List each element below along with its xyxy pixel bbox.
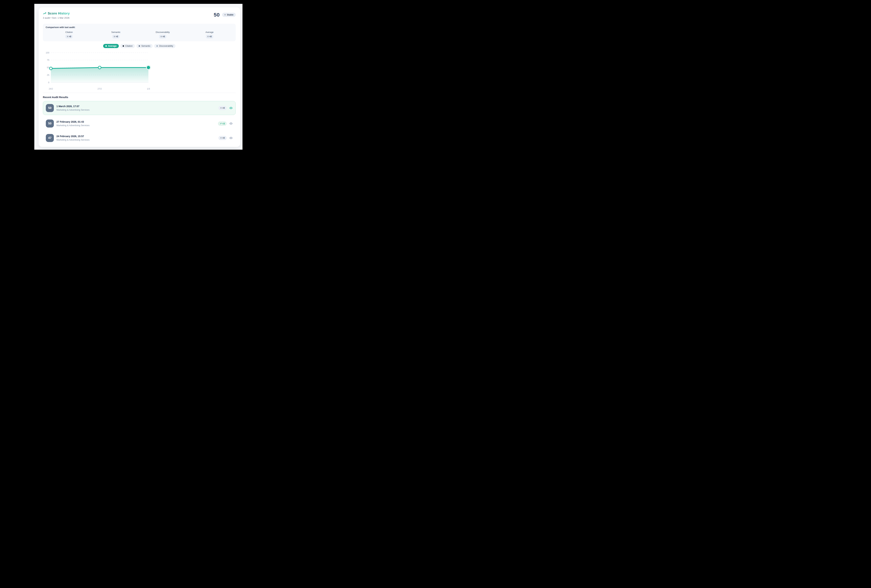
audit-item[interactable]: 50 1 March 2026, 17:07 Marketing & Adver…	[43, 101, 236, 115]
view-audit-button[interactable]	[229, 106, 233, 110]
audit-date: 1 March 2026, 17:07	[57, 105, 218, 108]
column-label: Semantic	[111, 31, 120, 33]
comparison-column-discoverability: Discoverability = +0	[139, 31, 186, 39]
svg-text:27/2: 27/2	[97, 88, 102, 90]
audit-category: Marketing & Advertising Services	[57, 139, 218, 141]
change-badge: = +0	[218, 136, 227, 140]
overall-score: 50	[214, 12, 220, 18]
legend-pill-label: Discoverability	[159, 45, 173, 47]
legend-pill-semantic[interactable]: Semantic	[136, 44, 153, 48]
legend-pill-label: Average	[108, 45, 117, 47]
comparison-panel: Comparison with last audit: Citation = +…	[43, 24, 236, 41]
equals-icon: =	[224, 13, 226, 16]
column-change-badge: = +0	[206, 35, 213, 39]
audit-date: 27 February 2026, 01:43	[57, 120, 218, 123]
svg-text:0: 0	[48, 81, 49, 84]
score-history-card: Score History 3 audit • Son: 1 Mar 2026 …	[39, 7, 240, 147]
legend-dot	[156, 45, 158, 47]
card-header: Score History 3 audit • Son: 1 Mar 2026 …	[43, 12, 236, 19]
chart-svg: 025507510024/227/21/3	[43, 50, 158, 91]
view-audit-button[interactable]	[229, 122, 233, 125]
audit-item-text: 1 March 2026, 17:07 Marketing & Advertis…	[57, 105, 218, 111]
page-title: Score History	[48, 12, 70, 15]
column-label: Discoverability	[156, 31, 170, 33]
score-badge: 50	[46, 104, 54, 112]
legend-dot	[105, 45, 107, 47]
comparison-column-semantic: Semantic = +0	[93, 31, 139, 39]
legend-pill-average[interactable]: Average	[103, 44, 119, 48]
comparison-column-average: Average = +0	[186, 31, 233, 39]
column-change-badge: = +0	[65, 35, 73, 39]
header-right: 50 = Stable	[214, 12, 236, 18]
eye-icon	[229, 108, 233, 110]
column-change-badge: = +0	[159, 35, 166, 39]
comparison-column-citation: Citation = +0	[46, 31, 93, 39]
audit-category: Marketing & Advertising Services	[57, 124, 218, 127]
change-badge: = +0	[218, 106, 227, 110]
score-badge: 50	[46, 120, 54, 127]
svg-text:75: 75	[47, 59, 49, 61]
section-divider	[43, 93, 236, 93]
svg-text:24/2: 24/2	[49, 88, 53, 90]
trend-label: Stable	[227, 13, 233, 16]
view-audit-button[interactable]	[229, 136, 233, 140]
audit-item-right: = +0	[218, 136, 233, 140]
trending-up-icon	[43, 12, 46, 15]
column-label: Average	[205, 31, 213, 33]
score-line-chart: 025507510024/227/21/3	[43, 50, 158, 91]
column-label: Citation	[65, 31, 73, 33]
audit-results-list: 50 1 March 2026, 17:07 Marketing & Adver…	[43, 101, 236, 144]
audit-item[interactable]: 47 24 February 2026, 15:57 Marketing & A…	[43, 132, 236, 144]
change-badge: ↗ +3	[218, 121, 227, 126]
legend-pill-citation[interactable]: Citation	[120, 44, 135, 48]
recent-results-heading: Recent Audit Results	[43, 96, 236, 99]
audit-date: 24 February 2026, 15:57	[57, 135, 218, 138]
svg-text:50: 50	[47, 66, 49, 69]
audit-item-right: ↗ +3	[218, 121, 233, 126]
header-left: Score History 3 audit • Son: 1 Mar 2026	[43, 12, 70, 19]
page-background: Score History 3 audit • Son: 1 Mar 2026 …	[34, 4, 242, 150]
audit-meta: 3 audit • Son: 1 Mar 2026	[43, 16, 70, 19]
chart-legend: Average Citation Semantic Discoverabilit…	[43, 44, 236, 48]
score-badge: 47	[46, 134, 54, 142]
audit-item-right: = +0	[218, 106, 233, 110]
audit-item[interactable]: 50 27 February 2026, 01:43 Marketing & A…	[43, 118, 236, 129]
trend-badge: = Stable	[222, 13, 236, 17]
eye-icon	[229, 123, 233, 126]
svg-text:1/3: 1/3	[147, 88, 150, 90]
legend-pill-label: Citation	[125, 45, 133, 47]
legend-dot	[123, 45, 124, 47]
eye-icon	[229, 138, 233, 140]
audit-item-text: 27 February 2026, 01:43 Marketing & Adve…	[57, 120, 218, 127]
audit-category: Marketing & Advertising Services	[57, 109, 218, 111]
svg-text:100: 100	[46, 52, 49, 54]
legend-pill-label: Semantic	[141, 45, 150, 47]
audit-item-text: 24 February 2026, 15:57 Marketing & Adve…	[57, 135, 218, 141]
comparison-label: Comparison with last audit:	[46, 26, 233, 28]
svg-text:25: 25	[47, 74, 49, 76]
legend-pill-discoverability[interactable]: Discoverability	[154, 44, 175, 48]
column-change-badge: = +0	[112, 35, 120, 39]
legend-dot	[139, 45, 140, 47]
